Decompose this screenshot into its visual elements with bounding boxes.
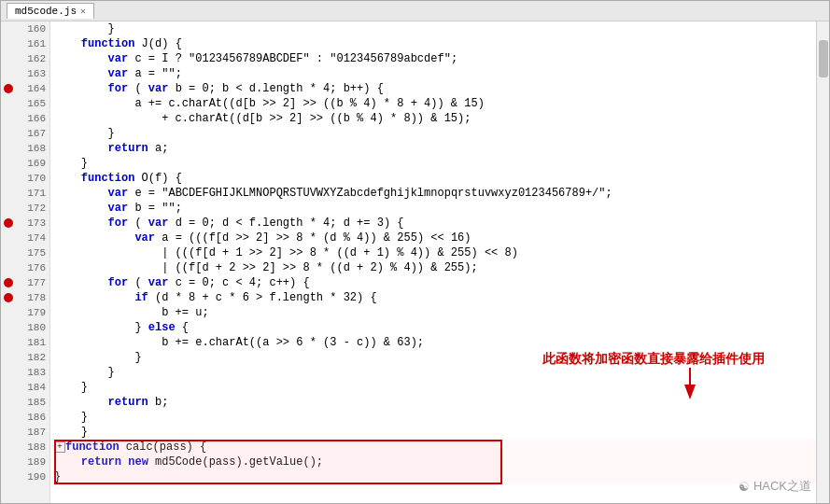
gutter-row: 186 xyxy=(1,410,49,425)
line-number: 176 xyxy=(16,262,49,273)
breakpoint-area[interactable] xyxy=(1,278,16,287)
line-number: 175 xyxy=(16,247,49,259)
title-bar: md5code.js ✕ xyxy=(1,1,829,21)
code-line: if (d * 8 + c * 6 > f.length * 32) { xyxy=(54,290,816,305)
code-line: return a; xyxy=(54,141,816,156)
file-tab[interactable]: md5code.js ✕ xyxy=(7,3,94,19)
line-number: 172 xyxy=(16,203,49,214)
breakpoint-area[interactable] xyxy=(1,84,16,93)
line-number: 181 xyxy=(16,337,49,348)
line-number: 164 xyxy=(16,83,49,94)
gutter-row: 175 xyxy=(1,245,49,260)
code-line: for ( var c = 0; c < 4; c++) { xyxy=(54,275,816,290)
breakpoint-area[interactable] xyxy=(1,293,16,302)
gutter-row: 165 xyxy=(1,96,49,111)
breakpoint-dot[interactable] xyxy=(4,84,13,93)
code-line: b += u; xyxy=(54,305,816,320)
line-number: 171 xyxy=(16,188,49,199)
tab-label: md5code.js xyxy=(15,6,77,17)
line-number: 182 xyxy=(16,352,49,363)
gutter-row: 167 xyxy=(1,126,49,141)
line-number: 183 xyxy=(16,367,49,378)
annotation-text: 此函数将加密函数直接暴露给插件使用 xyxy=(542,351,765,368)
line-number: 185 xyxy=(16,397,49,408)
gutter-row: 185 xyxy=(1,395,49,410)
gutter-row: 189 xyxy=(1,455,49,469)
line-gutter: 1601611621631641651661671681691701711721… xyxy=(1,21,50,503)
gutter-row: 176 xyxy=(1,260,49,275)
watermark-text: HACK之道 xyxy=(753,478,811,495)
scrollbar-thumb[interactable] xyxy=(819,40,828,77)
code-line: for ( var b = 0; b < d.length * 4; b++) … xyxy=(54,81,816,96)
code-line: var e = "ABCDEFGHIJKLMNOPQRSTUVWXYZabcde… xyxy=(54,186,816,201)
main-window: md5code.js ✕ 160161162163164165166167168… xyxy=(0,0,830,504)
code-line: + c.charAt((d[b >> 2] >> ((b % 4) * 8)) … xyxy=(54,111,816,126)
gutter-row: 174 xyxy=(1,231,49,245)
code-line: } xyxy=(54,156,816,171)
line-number: 188 xyxy=(16,441,49,453)
breakpoint-area[interactable] xyxy=(1,218,16,228)
line-number: 166 xyxy=(16,113,49,124)
vertical-scrollbar[interactable] xyxy=(816,21,829,503)
line-number: 170 xyxy=(16,173,49,184)
code-line: +function calc(pass) { xyxy=(54,440,816,455)
line-number: 162 xyxy=(16,53,49,64)
gutter-row: 170 xyxy=(1,171,49,186)
editor-area: 1601611621631641651661671681691701711721… xyxy=(1,21,829,503)
watermark-icon: ☯ xyxy=(739,480,750,494)
line-number: 184 xyxy=(16,382,49,393)
code-line: | (((f[d + 1 >> 2] >> 8 * ((d + 1) % 4))… xyxy=(54,245,816,260)
code-area[interactable]: } function J(d) { var c = I ? "012345678… xyxy=(50,21,816,503)
code-line: | ((f[d + 2 >> 2] >> 8 * ((d + 2) % 4)) … xyxy=(54,260,816,275)
gutter-row: 168 xyxy=(1,141,49,156)
gutter-row: 160 xyxy=(1,21,49,36)
line-number: 180 xyxy=(16,322,49,333)
line-number: 186 xyxy=(16,412,49,423)
breakpoint-dot[interactable] xyxy=(4,278,13,287)
code-line: function J(d) { xyxy=(54,36,816,51)
gutter-row: 183 xyxy=(1,365,49,380)
gutter-row: 184 xyxy=(1,380,49,395)
gutter-row: 177 xyxy=(1,275,49,290)
code-line: a += c.charAt((d[b >> 2] >> ((b % 4) * 8… xyxy=(54,96,816,111)
gutter-row: 181 xyxy=(1,335,49,350)
line-number: 187 xyxy=(16,427,49,438)
code-line: } else { xyxy=(54,320,816,335)
gutter-row: 187 xyxy=(1,425,49,440)
line-number: 173 xyxy=(16,217,49,229)
gutter-row: 163 xyxy=(1,66,49,81)
gutter-row: 171 xyxy=(1,186,49,201)
gutter-row: 190 xyxy=(1,469,49,484)
breakpoint-dot[interactable] xyxy=(4,218,13,228)
line-number: 160 xyxy=(16,23,49,35)
gutter-row: 173 xyxy=(1,216,49,231)
watermark: ☯ HACK之道 xyxy=(739,478,811,495)
tab-close-icon[interactable]: ✕ xyxy=(80,6,86,17)
code-line: b += e.charAt((a >> 6 * (3 - c)) & 63); xyxy=(54,335,816,350)
gutter-row: 178 xyxy=(1,290,49,305)
gutter-row: 166 xyxy=(1,111,49,126)
annotation: 此函数将加密函数直接暴露给插件使用 xyxy=(542,351,765,414)
gutter-row: 188 xyxy=(1,440,49,455)
code-line: var c = I ? "0123456789ABCDEF" : "012345… xyxy=(54,51,816,66)
line-number: 169 xyxy=(16,158,49,169)
code-line: } xyxy=(54,469,816,484)
line-number: 178 xyxy=(16,292,49,303)
line-number: 163 xyxy=(16,68,49,79)
gutter-row: 162 xyxy=(1,51,49,66)
code-line: return new md5Code(pass).getValue(); xyxy=(54,455,816,469)
collapse-icon[interactable]: + xyxy=(54,441,65,453)
line-number: 165 xyxy=(16,98,49,109)
gutter-row: 172 xyxy=(1,201,49,216)
code-line: for ( var d = 0; d < f.length * 4; d += … xyxy=(54,216,816,231)
code-line: var a = (((f[d >> 2] >> 8 * (d % 4)) & 2… xyxy=(54,231,816,245)
line-number: 167 xyxy=(16,128,49,139)
gutter-row: 180 xyxy=(1,320,49,335)
breakpoint-dot[interactable] xyxy=(4,293,13,302)
line-number: 168 xyxy=(16,143,49,154)
line-number: 189 xyxy=(16,456,49,468)
gutter-row: 161 xyxy=(1,36,49,51)
line-number: 174 xyxy=(16,232,49,244)
line-number: 161 xyxy=(16,38,49,49)
code-line: function O(f) { xyxy=(54,171,816,186)
